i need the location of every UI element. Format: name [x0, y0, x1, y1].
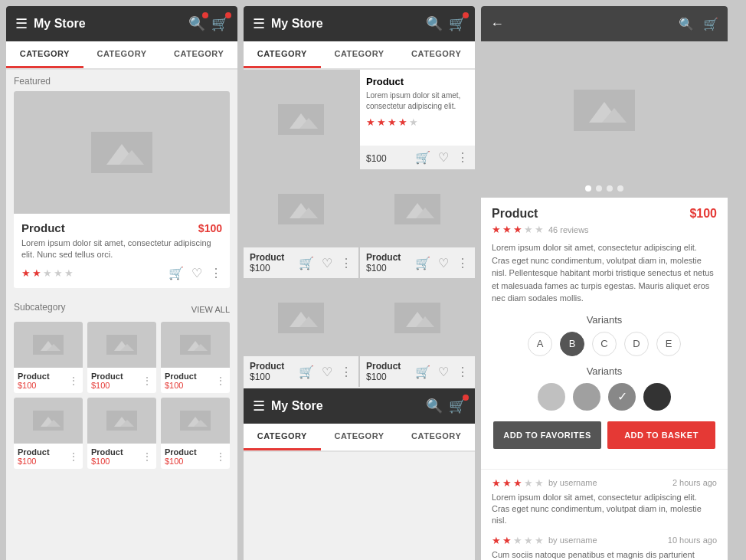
- search-icon-panel2[interactable]: 🔍: [426, 15, 443, 32]
- menu-icon-panel2[interactable]: ☰: [253, 15, 265, 32]
- more-icon-fc[interactable]: ⋮: [456, 150, 469, 165]
- more-icon-1[interactable]: ⋮: [456, 256, 469, 270]
- featured-info: Product $100 Lorem ipsum dolor sit amet,…: [14, 214, 230, 288]
- bottom-navbar-panel2: ☰ My Store 🔍 🛒: [244, 388, 475, 424]
- cart-icon-panel1[interactable]: 🛒: [211, 15, 228, 32]
- sub-img-1: [87, 322, 156, 368]
- color-circle-4[interactable]: [643, 383, 671, 411]
- detail-product-desc: Lorem ipsum dolor sit amet, consectetur …: [492, 241, 717, 305]
- grid-footer-3: Product $100 🛒 ♡ ⋮: [360, 356, 475, 387]
- bottom-cat-3[interactable]: CATEGORY: [398, 424, 475, 450]
- menu-icon-bottom[interactable]: ☰: [253, 398, 265, 414]
- star-1: ★: [21, 267, 31, 279]
- search-icon-panel1[interactable]: 🔍: [188, 15, 205, 32]
- sub-name-0: Product: [18, 372, 50, 381]
- sub-card-1: Product $100 ⋮: [87, 322, 156, 393]
- star-5: ★: [64, 267, 74, 279]
- more-icon-sub-0[interactable]: ⋮: [68, 375, 79, 387]
- heart-icon-fc[interactable]: ♡: [438, 150, 449, 165]
- more-icon-sub-1[interactable]: ⋮: [142, 375, 152, 387]
- color-circle-1[interactable]: [538, 383, 565, 411]
- detail-title-row: Product $100: [492, 207, 717, 221]
- cart-icon-bottom[interactable]: 🛒: [449, 398, 466, 414]
- panel2-bottom-navbar-area: ☰ My Store 🔍 🛒 CATEGORY CATEGORY CATEGOR…: [244, 388, 475, 452]
- heart-icon-featured[interactable]: ♡: [191, 266, 202, 280]
- more-icon-sub-5[interactable]: ⋮: [215, 450, 226, 463]
- sub-header: Subcategory VIEW ALL: [14, 302, 230, 317]
- ds-5: ★: [535, 224, 544, 235]
- featured-title-row: Product $100: [21, 221, 222, 234]
- review-time-1: 10 hours ago: [668, 535, 717, 545]
- grid-cell-2: Product $100 🛒 ♡ ⋮: [244, 280, 358, 387]
- back-icon[interactable]: ←: [490, 16, 504, 32]
- color-circle-2[interactable]: [573, 383, 600, 411]
- detail-product-price: $100: [689, 207, 717, 221]
- rs0-4: ★: [524, 477, 533, 489]
- variant-A[interactable]: A: [528, 332, 552, 356]
- rs1-1: ★: [492, 535, 501, 546]
- sub-info-4: Product $100 ⋮: [87, 444, 156, 469]
- heart-icon-0[interactable]: ♡: [322, 256, 332, 270]
- rs0-3: ★: [513, 477, 522, 489]
- review-header-0: ★ ★ ★ ★ ★ by username 2 hours ago: [492, 477, 717, 489]
- cat-item-1-panel1[interactable]: CATEGORY: [6, 41, 83, 68]
- cat-item-2-panel2[interactable]: CATEGORY: [321, 41, 398, 68]
- bottom-cat-1[interactable]: CATEGORY: [244, 424, 321, 450]
- cat-item-2-panel1[interactable]: CATEGORY: [83, 41, 161, 68]
- variant-B[interactable]: B: [560, 332, 584, 356]
- menu-icon[interactable]: ☰: [15, 15, 28, 32]
- add-to-favorites-button[interactable]: ADD TO FAVORITES: [493, 421, 601, 449]
- cart-badge-bottom: [463, 395, 469, 401]
- category-bar-panel2: CATEGORY CATEGORY CATEGORY: [244, 41, 475, 70]
- cat-item-1-panel2[interactable]: CATEGORY: [244, 41, 321, 68]
- bottom-cat-2[interactable]: CATEGORY: [321, 424, 398, 450]
- basket-icon-1[interactable]: 🛒: [415, 256, 430, 270]
- add-to-basket-button[interactable]: ADD TO BASKET: [607, 421, 715, 449]
- search-icon-detail[interactable]: 🔍: [679, 17, 694, 31]
- heart-icon-3[interactable]: ♡: [438, 365, 449, 379]
- cart-icon-detail[interactable]: 🛒: [703, 17, 718, 31]
- rs0-2: ★: [502, 477, 512, 489]
- cart-icon-panel2[interactable]: 🛒: [449, 15, 466, 32]
- rs1-4: ★: [524, 535, 533, 546]
- basket-icon-0[interactable]: 🛒: [299, 256, 314, 270]
- color-circle-3[interactable]: ✓: [608, 383, 636, 411]
- fc-star-3: ★: [388, 116, 397, 128]
- more-icon-featured[interactable]: ⋮: [210, 266, 222, 280]
- basket-icon-fc[interactable]: 🛒: [415, 150, 430, 165]
- more-icon-sub-4[interactable]: ⋮: [142, 450, 152, 463]
- review-by-0: by username: [548, 478, 597, 487]
- more-icon-2[interactable]: ⋮: [340, 365, 352, 379]
- search-icon-bottom[interactable]: 🔍: [426, 398, 443, 414]
- basket-icon-featured[interactable]: 🛒: [169, 266, 184, 280]
- grid-img-2: [244, 280, 358, 356]
- grid-cell-0: Product $100 🛒 ♡ ⋮: [244, 171, 358, 278]
- heart-icon-1[interactable]: ♡: [438, 256, 449, 270]
- back-bar: ← 🔍 🛒: [481, 6, 728, 41]
- grid-mountain-icon-3: [394, 303, 440, 333]
- sub-card-3: Product $100 ⋮: [14, 398, 83, 469]
- rs1-3: ★: [513, 535, 522, 546]
- variant-D[interactable]: D: [624, 332, 649, 356]
- star-4: ★: [54, 267, 63, 279]
- detail-stars-row: ★ ★ ★ ★ ★ 46 reviews: [492, 224, 717, 235]
- basket-icon-2[interactable]: 🛒: [299, 365, 314, 379]
- cell-name-1: Product: [366, 252, 401, 263]
- variant-C[interactable]: C: [592, 332, 617, 356]
- cat-item-3-panel2[interactable]: CATEGORY: [398, 41, 475, 68]
- sub-name-1: Product: [91, 372, 123, 381]
- more-icon-3[interactable]: ⋮: [456, 365, 469, 379]
- fc-star-1: ★: [366, 116, 375, 128]
- more-icon-sub-3[interactable]: ⋮: [68, 450, 79, 463]
- more-icon-0[interactable]: ⋮: [340, 256, 352, 270]
- basket-icon-3[interactable]: 🛒: [415, 365, 430, 379]
- back-bar-icons: 🔍 🛒: [679, 17, 718, 31]
- heart-icon-2[interactable]: ♡: [322, 365, 332, 379]
- more-icon-sub-2[interactable]: ⋮: [215, 375, 226, 387]
- review-text-0: Lorem ipsum dolor sit amet, consectetur …: [492, 492, 717, 527]
- featured-card: Product $100 Lorem ipsum dolor sit amet,…: [14, 91, 230, 288]
- view-all-btn[interactable]: VIEW ALL: [191, 305, 230, 314]
- variant-E[interactable]: E: [656, 332, 681, 356]
- cat-item-3-panel1[interactable]: CATEGORY: [160, 41, 237, 68]
- rs1-5: ★: [535, 535, 544, 546]
